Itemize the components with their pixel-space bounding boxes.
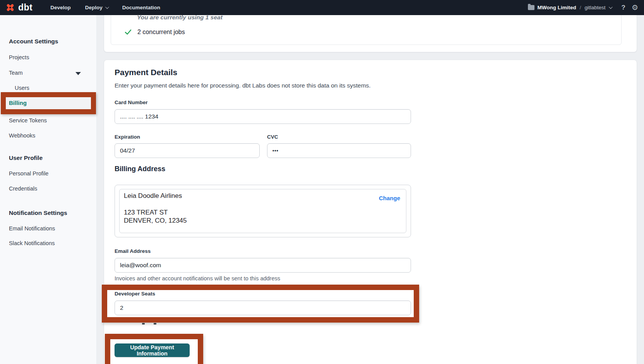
chevron-down-icon (105, 5, 109, 9)
sidebar-heading-account-settings: Account Settings (9, 38, 58, 45)
nav-item-deploy[interactable]: Deploy (85, 5, 108, 10)
nav-item-develop[interactable]: Develop (50, 5, 71, 10)
email-address-input[interactable] (115, 258, 411, 273)
sidebar-item-credentials[interactable]: Credentials (9, 185, 37, 192)
dbt-logo[interactable]: dbt (5, 2, 33, 13)
sidebar-item-email-notifications[interactable]: Email Notifications (9, 225, 55, 232)
billing-address-name: Leia Doodle Airlines (124, 192, 182, 200)
sidebar-item-personal-profile[interactable]: Personal Profile (9, 170, 48, 177)
sidebar-item-projects[interactable]: Projects (9, 54, 29, 60)
expiration-input[interactable] (115, 143, 260, 158)
sidebar-item-team[interactable]: Team (9, 70, 22, 76)
payment-details-card: Payment Details Enter your payment detai… (104, 60, 637, 364)
expiration-label: Expiration (115, 134, 140, 140)
folder-icon (528, 5, 534, 10)
team-expand-triangle-icon[interactable] (75, 72, 81, 75)
nav-item-documentation[interactable]: Documentation (122, 5, 160, 10)
payment-details-title: Payment Details (115, 68, 177, 77)
top-navbar: dbt Develop Deploy Documentation MWong L… (0, 0, 644, 15)
sidebar-item-slack-notifications[interactable]: Slack Notifications (9, 240, 55, 246)
sidebar-item-service-tokens[interactable]: Service Tokens (9, 117, 47, 124)
sidebar-item-billing[interactable]: Billing (6, 97, 91, 109)
hidden-text-remnant (142, 323, 145, 325)
email-helper-text: Invoices and other account notifications… (115, 275, 280, 282)
plan-feature-label: 2 concurrent jobs (137, 29, 185, 36)
developer-seats-label: Developer Seats (115, 291, 155, 297)
chevron-down-icon[interactable] (609, 5, 613, 9)
developer-seats-input[interactable] (115, 300, 411, 315)
billing-address-line1: 123 TREAT ST (124, 209, 168, 216)
primary-nav-menu: Develop Deploy Documentation (50, 5, 160, 10)
sidebar-heading-notification-settings: Notification Settings (9, 209, 67, 216)
project-selector[interactable]: gitlabtest (585, 5, 606, 10)
account-name[interactable]: MWong Limited (538, 5, 576, 10)
hidden-text-remnant (154, 323, 156, 325)
navbar-right-group: MWong Limited / gitlabtest ? ⚙ (528, 4, 639, 12)
billing-address-line2: DENVER, CO, 12345 (124, 217, 187, 225)
plan-feature-row: 2 concurrent jobs (125, 29, 185, 36)
payment-details-description: Enter your payment details here for proc… (115, 82, 371, 89)
billing-address-box: Leia Doodle Airlines 123 TREAT ST DENVER… (119, 189, 406, 233)
sidebar-item-webhooks[interactable]: Webhooks (9, 132, 35, 139)
help-icon[interactable]: ? (622, 4, 625, 12)
card-number-label: Card Number (115, 100, 148, 105)
card-number-input[interactable] (115, 109, 411, 124)
cvc-label: CVC (267, 134, 278, 140)
billing-address-container: Leia Doodle Airlines 123 TREAT ST DENVER… (115, 185, 411, 237)
email-address-label: Email Address (115, 248, 151, 254)
check-icon (125, 29, 132, 36)
sidebar-heading-user-profile: User Profile (9, 155, 43, 161)
change-address-link[interactable]: Change (379, 195, 400, 201)
billing-address-heading: Billing Address (115, 165, 165, 173)
breadcrumb-separator: / (580, 5, 581, 10)
gear-icon[interactable]: ⚙ (632, 4, 638, 11)
sidebar-item-users[interactable]: Users (15, 85, 29, 91)
dbt-logo-text: dbt (18, 2, 33, 13)
dbt-logo-icon (5, 2, 15, 13)
update-payment-information-button[interactable]: Update Payment Information (115, 343, 190, 357)
settings-sidebar: Account Settings Projects Team Users Bil… (0, 0, 97, 364)
billing-annotation-box: Billing (1, 92, 96, 114)
cvc-input[interactable] (267, 143, 411, 158)
